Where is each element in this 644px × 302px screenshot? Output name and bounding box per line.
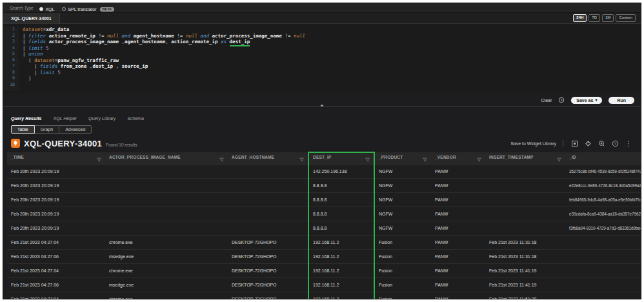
code-token: agent_hostname bbox=[134, 33, 174, 39]
widget-frame-icon[interactable] bbox=[571, 140, 578, 147]
column-header-label: INSERT_TIMESTAMP bbox=[489, 155, 533, 159]
code-token: , bbox=[113, 63, 122, 69]
save-as-button[interactable]: Save as ▾ bbox=[571, 97, 602, 104]
table-cell: PANW bbox=[431, 292, 485, 299]
table-cell: 192.168.11.2 bbox=[308, 236, 374, 250]
code-token: | bbox=[23, 51, 28, 57]
table-cell bbox=[485, 179, 565, 193]
column-header-agent-hostname[interactable]: AGENT_HOSTNAME bbox=[228, 152, 308, 165]
help-icon[interactable]: ? bbox=[612, 140, 619, 147]
table-row[interactable]: Feb 20th 2023 20:09:198.8.8.8NGFWPANWf3f… bbox=[7, 221, 641, 236]
table-row[interactable]: Feb 20th 2023 20:09:19142.250.196.138NGF… bbox=[7, 165, 641, 179]
table-row[interactable]: Feb 21st 2023 04:27:04chrome.exeDESKTOP-… bbox=[7, 236, 641, 250]
table-cell: NGFW bbox=[374, 193, 431, 207]
filter-icon[interactable] bbox=[423, 157, 427, 162]
table-cell bbox=[485, 221, 565, 236]
xql-logo-icon bbox=[11, 139, 20, 148]
time-range-1m[interactable]: 1M bbox=[602, 14, 614, 21]
results-count: Found 10 results bbox=[106, 143, 137, 147]
column-header-dest-ip[interactable]: DEST_IP bbox=[308, 152, 374, 165]
splitter-handle-icon[interactable]: + bbox=[320, 103, 323, 109]
code-token: | bbox=[23, 45, 28, 51]
table-row[interactable]: Feb 20th 2023 20:09:198.8.8.8NGFWPANWfeb… bbox=[7, 193, 641, 207]
code-line: | limit 5 bbox=[23, 45, 641, 52]
filter-icon[interactable] bbox=[299, 157, 304, 162]
run-button[interactable]: Run bbox=[609, 97, 634, 104]
editor-code[interactable]: dataset=xdr_data| filter action_remote_i… bbox=[19, 26, 641, 91]
column-header--vendor[interactable]: _VENDOR bbox=[431, 152, 485, 165]
table-cell bbox=[105, 193, 228, 207]
table-row[interactable]: Feb 20th 2023 20:09:198.8.8.8NGFWPANWe39… bbox=[7, 207, 641, 221]
table-row[interactable]: Feb 21st 2023 04:27:06msedge.exeDESKTOP-… bbox=[7, 278, 641, 292]
table-cell bbox=[228, 179, 308, 193]
view-tab-table[interactable]: Table bbox=[11, 125, 35, 134]
tab-query-library[interactable]: Query Library bbox=[88, 116, 116, 121]
code-token: , bbox=[119, 39, 125, 45]
table-cell bbox=[565, 278, 641, 292]
filter-icon[interactable] bbox=[557, 157, 561, 162]
table-cell: PANW bbox=[431, 221, 485, 236]
query-tab[interactable]: XQL-QUERY-34001 bbox=[3, 13, 60, 23]
code-token: != bbox=[174, 33, 186, 39]
search-type-option-spl-translator[interactable]: SPL translatorBETA bbox=[62, 7, 114, 12]
code-token: != bbox=[96, 33, 107, 39]
column-header--time[interactable]: _TIME bbox=[7, 152, 105, 165]
table-cell: Feb 21st 2023 04:27:06 bbox=[7, 250, 105, 264]
table-cell bbox=[565, 292, 641, 299]
table-cell: DESKTOP-72GHOPO bbox=[228, 236, 308, 250]
filter-icon[interactable] bbox=[97, 157, 101, 162]
time-range-7d[interactable]: 7D bbox=[589, 14, 600, 21]
column-header-insert-timestamp[interactable]: INSERT_TIMESTAMP bbox=[485, 152, 565, 165]
table-row[interactable]: Feb 21st 2023 04:27:04chrome.exeDESKTOP-… bbox=[7, 264, 641, 278]
code-token: filter bbox=[28, 33, 46, 39]
filter-icon[interactable] bbox=[365, 157, 370, 162]
column-header--product[interactable]: _PRODUCT bbox=[374, 152, 431, 165]
table-cell: PANW bbox=[431, 278, 485, 292]
column-header--id[interactable]: _ID bbox=[565, 152, 641, 165]
table-cell: 192.168.11.2 bbox=[308, 292, 374, 299]
table-row[interactable]: Feb 21st 2023 04:27:06msedge.exeDESKTOP-… bbox=[7, 250, 641, 264]
view-tab-graph[interactable]: Graph bbox=[34, 125, 59, 134]
tab-xql-helper[interactable]: XQL Helper bbox=[53, 116, 76, 121]
search-type-label: Search Type bbox=[10, 6, 33, 10]
code-line: | union bbox=[23, 51, 641, 57]
code-token: 5 bbox=[55, 70, 61, 76]
query-editor[interactable]: 12345678910 dataset=xdr_data| filter act… bbox=[3, 24, 641, 94]
column-header-label: _VENDOR bbox=[435, 155, 456, 159]
tag-icon[interactable] bbox=[585, 140, 592, 147]
kebab-menu-icon[interactable]: ⋮ bbox=[625, 140, 632, 147]
zoom-in-icon[interactable] bbox=[598, 140, 605, 147]
column-header-label: AGENT_HOSTNAME bbox=[232, 155, 274, 159]
table-cell: 8.8.8.8 bbox=[308, 207, 374, 221]
code-token: actor_process_image_name bbox=[49, 39, 119, 45]
code-token: panw_ngfw_traffic_raw bbox=[57, 57, 119, 63]
view-tab-advanced[interactable]: Advanced bbox=[59, 125, 92, 134]
search-type-option-xql[interactable]: XQL bbox=[39, 7, 54, 12]
table-row[interactable]: Feb 20th 2023 20:09:198.8.8.8NGFWPANWe22… bbox=[7, 179, 641, 193]
table-cell: f3fb8a04-9310-4729-a7d3-d83361d9be41 bbox=[565, 221, 641, 236]
column-header-actor-process-image-name[interactable]: ACTOR_PROCESS_IMAGE_NAME bbox=[105, 152, 228, 165]
pane-splitter[interactable]: + bbox=[3, 106, 641, 113]
column-header-label: _TIME bbox=[11, 155, 24, 159]
table-cell: chrome.exe bbox=[105, 264, 228, 278]
table-cell: msedge.exe bbox=[105, 278, 228, 292]
table-row[interactable]: Feb 21st 2023 04:27:04chrome.exeDESKTOP-… bbox=[7, 292, 641, 299]
filter-icon[interactable] bbox=[477, 157, 481, 162]
table-cell: DESKTOP-72GHOPO bbox=[228, 292, 308, 299]
table-cell: PANW bbox=[431, 165, 485, 179]
code-line bbox=[23, 82, 641, 88]
time-range-custom[interactable]: Custom bbox=[616, 14, 636, 21]
table-cell: Feb 20th 2023 20:09:19 bbox=[7, 179, 105, 193]
results-tabs: Query ResultsXQL HelperQuery LibrarySche… bbox=[3, 113, 641, 123]
table-cell bbox=[105, 221, 228, 236]
tab-schema[interactable]: Schema bbox=[127, 116, 144, 121]
table-cell: Fusion bbox=[374, 264, 431, 278]
time-range-24h[interactable]: 24H bbox=[573, 14, 587, 21]
line-number: 5 bbox=[3, 51, 15, 57]
filter-icon[interactable] bbox=[219, 157, 224, 162]
tab-query-results[interactable]: Query Results bbox=[11, 116, 41, 121]
save-to-widget-link[interactable]: Save to Widget Library bbox=[510, 141, 556, 146]
clear-button[interactable]: Clear bbox=[541, 98, 552, 103]
code-line: | limit 5 bbox=[23, 70, 641, 76]
schedule-clock-icon[interactable] bbox=[558, 97, 565, 103]
